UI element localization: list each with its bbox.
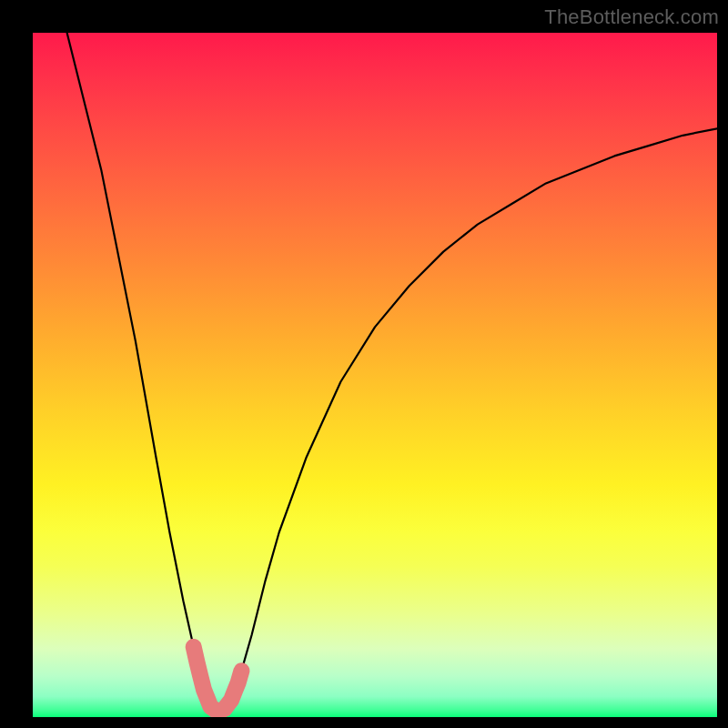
plot-area	[33, 33, 717, 717]
watermark-text: TheBottleneck.com	[544, 5, 719, 29]
bottleneck-curve	[33, 33, 717, 717]
curve-highlight	[194, 647, 242, 712]
curve-path	[67, 33, 717, 712]
chart-frame: TheBottleneck.com	[0, 0, 728, 728]
